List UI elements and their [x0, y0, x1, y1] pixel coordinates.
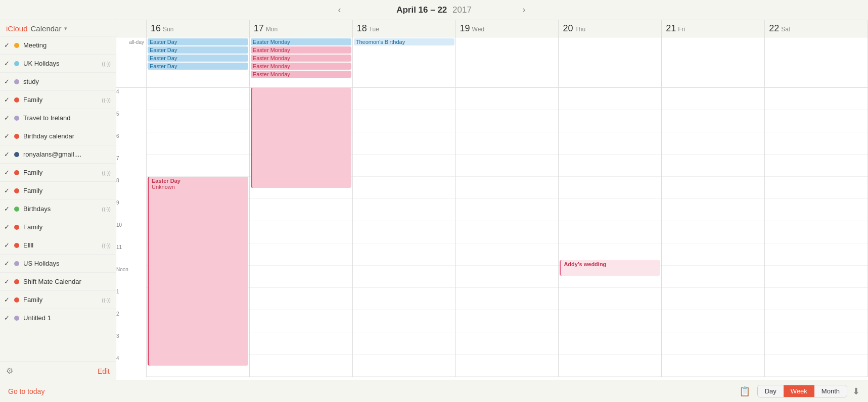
- sidebar-item-birthday-calendar[interactable]: ✓ Birthday calendar: [0, 127, 116, 145]
- allday-cell-2: Theomon's Birthday: [353, 37, 456, 87]
- time-cell-3-4: [456, 177, 559, 199]
- wifi-icon: ((·)): [102, 242, 111, 248]
- time-cell-1-7: [250, 243, 352, 266]
- event-title: Easter Day: [152, 178, 246, 184]
- time-label-10: 2: [116, 310, 147, 332]
- time-cell-6-12: [765, 355, 867, 377]
- allday-event[interactable]: Easter Day: [148, 63, 248, 70]
- check-icon: ✓: [4, 260, 11, 267]
- time-cell-5-0: [662, 88, 764, 110]
- time-label-7: 11: [116, 243, 147, 266]
- sidebar-item-ellll[interactable]: ✓ Ellll ((·)): [0, 236, 116, 255]
- grid-event-1[interactable]: Easter DayUnknown: [148, 177, 248, 366]
- sidebar-footer: ⚙ Edit: [0, 362, 116, 380]
- allday-label: all-day: [116, 37, 147, 87]
- day-header-18: 18Tue: [353, 20, 456, 37]
- wifi-icon: ((·)): [102, 97, 111, 103]
- sidebar-item-family1[interactable]: ✓ Family ((·)): [0, 91, 116, 109]
- time-cell-1-8: [250, 266, 352, 288]
- view-btn-month[interactable]: Month: [814, 385, 847, 397]
- grid-event-0[interactable]: [251, 88, 351, 188]
- time-cell-3-9: [456, 288, 559, 310]
- icloud-label: iCloud: [6, 24, 28, 33]
- sidebar-item-uk-holidays[interactable]: ✓ UK Holidays ((·)): [0, 55, 116, 73]
- allday-event[interactable]: Theomon's Birthday: [354, 38, 454, 45]
- sidebar-item-shift-mate[interactable]: ✓ Shift Mate Calendar: [0, 273, 116, 291]
- check-icon: ✓: [4, 41, 11, 49]
- sidebar-item-family2[interactable]: ✓ Family ((·)): [0, 164, 116, 182]
- allday-event[interactable]: Easter Monday: [251, 46, 351, 54]
- sidebar-item-label: Birthday calendar: [23, 132, 111, 140]
- time-cell-3-2: [456, 132, 559, 155]
- time-cell-4-5: [559, 199, 661, 221]
- time-cell-1-12: [250, 355, 352, 377]
- sidebar-item-label: Birthdays: [23, 205, 100, 213]
- view-btn-day[interactable]: Day: [758, 385, 784, 397]
- time-cell-2-9: [353, 288, 455, 310]
- sidebar-item-travel-ireland[interactable]: ✓ Travel to Ireland: [0, 109, 116, 127]
- view-btn-week[interactable]: Week: [784, 385, 814, 397]
- prev-week-button[interactable]: ‹: [333, 3, 346, 17]
- allday-event[interactable]: Easter Monday: [251, 71, 351, 78]
- time-label-8: Noon: [116, 266, 147, 288]
- allday-event[interactable]: Easter Day: [148, 38, 248, 45]
- allday-event[interactable]: Easter Day: [148, 55, 248, 62]
- time-cell-0-0: [147, 88, 249, 110]
- time-cell-6-2: [765, 132, 867, 155]
- day-headers-row: 16Sun17Mon18Tue19Wed20Thu21Fri22Sat: [116, 20, 868, 37]
- time-grid: 4567891011Noon1234Easter DayUnknownAddy'…: [116, 88, 868, 377]
- sidebar-item-birthdays[interactable]: ✓ Birthdays ((·)): [0, 200, 116, 218]
- download-icon[interactable]: ⬇: [852, 386, 860, 397]
- time-cell-4-9: [559, 288, 661, 310]
- day-header-17: 17Mon: [250, 20, 353, 37]
- dot-icon: [14, 279, 19, 284]
- time-cell-3-7: [456, 243, 559, 266]
- time-cell-5-3: [662, 155, 764, 177]
- dot-icon: [14, 188, 19, 193]
- settings-icon[interactable]: ⚙: [6, 366, 13, 376]
- time-cell-2-2: [353, 132, 455, 155]
- sidebar-item-meeting[interactable]: ✓ Meeting: [0, 36, 116, 55]
- time-cell-2-5: [353, 199, 455, 221]
- calendar-label: Calendar: [31, 24, 62, 33]
- time-cell-5-1: [662, 110, 764, 132]
- time-cell-3-6: [456, 221, 559, 243]
- dot-icon: [14, 116, 19, 121]
- calendar-icon[interactable]: 📋: [739, 386, 750, 397]
- day-header-20: 20Thu: [559, 20, 662, 37]
- time-cell-6-11: [765, 332, 867, 355]
- grid-event-2[interactable]: Addy's wedding: [560, 260, 660, 276]
- time-cell-3-12: [456, 355, 559, 377]
- sidebar-item-study[interactable]: ✓ study: [0, 73, 116, 91]
- allday-event[interactable]: Easter Day: [148, 46, 248, 54]
- check-icon: ✓: [4, 205, 11, 213]
- dot-icon: [14, 170, 19, 175]
- allday-event[interactable]: Easter Monday: [251, 63, 351, 70]
- dot-icon: [14, 261, 19, 266]
- time-cell-2-6: [353, 221, 455, 243]
- time-cell-6-3: [765, 155, 867, 177]
- time-cell-4-11: [559, 332, 661, 355]
- sidebar-item-family3[interactable]: ✓ Family: [0, 182, 116, 200]
- sidebar-item-untitled1[interactable]: ✓ Untitled 1: [0, 309, 116, 327]
- check-icon: ✓: [4, 132, 11, 140]
- sidebar-item-ronyalans[interactable]: ✓ ronyalans@gmail....: [0, 145, 116, 164]
- sidebar-item-family5[interactable]: ✓ Family ((·)): [0, 291, 116, 309]
- time-grid-wrapper: 4567891011Noon1234Easter DayUnknownAddy'…: [116, 88, 868, 380]
- sidebar-item-family4[interactable]: ✓ Family: [0, 218, 116, 236]
- time-cell-4-0: [559, 88, 661, 110]
- sidebar-item-us-holidays[interactable]: ✓ US Holidays: [0, 255, 116, 273]
- allday-cell-0: Easter DayEaster DayEaster DayEaster Day: [147, 37, 250, 87]
- go-to-today-button[interactable]: Go to today: [8, 387, 44, 395]
- allday-event[interactable]: Easter Monday: [251, 55, 351, 62]
- time-cell-5-10: [662, 310, 764, 332]
- next-week-button[interactable]: ›: [518, 3, 531, 17]
- sidebar: iCloud Calendar ▾ ✓ Meeting ✓ UK Holiday…: [0, 20, 116, 380]
- dropdown-arrow-icon[interactable]: ▾: [64, 25, 67, 32]
- time-cell-6-9: [765, 288, 867, 310]
- time-cell-2-8: [353, 266, 455, 288]
- allday-event[interactable]: Easter Monday: [251, 38, 351, 45]
- edit-button[interactable]: Edit: [98, 367, 110, 375]
- day-column-3: [456, 88, 559, 377]
- check-icon: ✓: [4, 114, 11, 122]
